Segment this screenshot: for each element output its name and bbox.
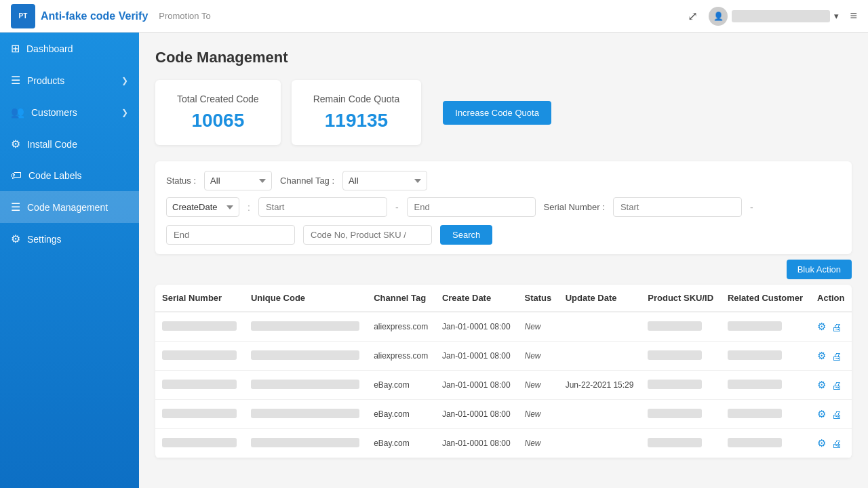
unique-code-cell xyxy=(251,321,359,331)
search-button[interactable]: Search xyxy=(440,225,492,245)
status-cell: New xyxy=(525,409,541,419)
status-select[interactable]: All New Used Expired xyxy=(204,171,272,190)
date-end-input[interactable] xyxy=(407,197,536,217)
filter-row-2: CreateDate UpdateDate : - Serial Number … xyxy=(166,197,841,245)
sku-cell xyxy=(648,409,702,418)
sku-cell xyxy=(648,380,702,389)
status-cell: New xyxy=(525,439,541,448)
data-table: Serial Number Unique Code Channel Tag Cr… xyxy=(155,285,852,458)
serial-cell xyxy=(162,321,237,331)
labels-icon: 🏷 xyxy=(11,169,22,182)
customer-cell xyxy=(728,409,782,418)
channel-tag-select[interactable]: All aliexpress.com eBay.com xyxy=(342,171,427,190)
print-action-icon[interactable]: 🖨 xyxy=(831,321,842,333)
channel-tag-label: Channel Tag : xyxy=(280,176,334,186)
create-date-cell: Jan-01-0001 08:00 xyxy=(442,439,511,448)
settings-action-icon[interactable]: ⚙ xyxy=(817,350,826,362)
status-label: Status : xyxy=(166,176,196,186)
remain-quota-value: 119135 xyxy=(313,110,400,131)
col-channel-tag: Channel Tag xyxy=(367,285,435,312)
serial-cell xyxy=(162,438,237,447)
channel-cell: eBay.com xyxy=(374,380,409,390)
create-date-cell: Jan-01-0001 08:00 xyxy=(442,380,511,390)
table-row: eBay.comJan-01-0001 08:00New ⚙ 🖨 xyxy=(155,400,852,429)
action-cell: ⚙ 🖨 xyxy=(817,408,845,420)
sidebar-item-settings[interactable]: ⚙ Settings xyxy=(0,223,139,255)
table-row: eBay.comJan-01-0001 08:00NewJun-22-2021 … xyxy=(155,371,852,400)
channel-cell: aliexpress.com xyxy=(374,322,428,331)
customers-icon: 👥 xyxy=(11,106,24,119)
expand-icon[interactable]: ⤢ xyxy=(688,9,698,24)
serial-start-input[interactable] xyxy=(613,197,742,217)
remain-quota-card: Remain Code Quota 119135 xyxy=(292,80,422,145)
products-icon: ☰ xyxy=(11,74,20,87)
table-row: aliexpress.comJan-01-0001 08:00New ⚙ 🖨 xyxy=(155,312,852,342)
code-search-input[interactable] xyxy=(303,225,432,245)
settings-icon: ⚙ xyxy=(11,232,20,245)
settings-action-icon[interactable]: ⚙ xyxy=(817,321,826,333)
sidebar-label-products: Products xyxy=(27,75,64,86)
channel-cell: eBay.com xyxy=(374,409,409,419)
settings-action-icon[interactable]: ⚙ xyxy=(817,437,826,449)
col-serial-number: Serial Number xyxy=(155,285,244,312)
print-action-icon[interactable]: 🖨 xyxy=(831,409,842,420)
sidebar-label-customers: Customers xyxy=(31,107,77,118)
app-title: Anti-fake code Verify xyxy=(41,10,148,22)
print-action-icon[interactable]: 🖨 xyxy=(831,380,842,391)
serial-cell xyxy=(162,380,237,389)
unique-code-cell xyxy=(251,380,359,389)
sidebar-item-code-management[interactable]: ☰ Code Management xyxy=(0,191,139,223)
channel-cell: eBay.com xyxy=(374,439,409,448)
sidebar-item-code-labels[interactable]: 🏷 Code Labels xyxy=(0,160,139,191)
print-action-icon[interactable]: 🖨 xyxy=(831,350,842,362)
action-cell: ⚙ 🖨 xyxy=(817,350,845,362)
user-menu[interactable]: 👤 ██████████ ▾ xyxy=(709,7,839,26)
stats-row: Total Created Code 10065 Remain Code Quo… xyxy=(155,80,852,145)
col-update-date: Update Date xyxy=(559,285,642,312)
page-title: Code Management xyxy=(155,49,852,66)
sidebar-label-settings: Settings xyxy=(27,234,62,245)
status-cell: New xyxy=(525,380,541,390)
create-date-cell: Jan-01-0001 08:00 xyxy=(442,409,511,419)
table-row: eBay.comJan-01-0001 08:00New ⚙ 🖨 xyxy=(155,429,852,458)
home-icon: ⊞ xyxy=(11,42,20,55)
serial-end-input[interactable] xyxy=(166,225,295,245)
logo-text: PT xyxy=(19,12,28,20)
print-action-icon[interactable]: 🖨 xyxy=(831,438,842,449)
bulk-action-button[interactable]: Bluk Action xyxy=(787,260,852,279)
create-date-cell: Jan-01-0001 08:00 xyxy=(442,351,511,361)
action-cell: ⚙ 🖨 xyxy=(817,437,845,449)
main-content: Code Management Total Created Code 10065… xyxy=(139,33,868,488)
unique-code-cell xyxy=(251,409,359,418)
serial-cell xyxy=(162,350,237,360)
username: ██████████ xyxy=(732,10,830,22)
sku-cell xyxy=(648,350,702,360)
sidebar-item-dashboard[interactable]: ⊞ Dashboard xyxy=(0,33,139,64)
settings-action-icon[interactable]: ⚙ xyxy=(817,379,826,391)
hamburger-icon[interactable]: ≡ xyxy=(850,9,857,23)
total-created-label: Total Created Code xyxy=(177,94,259,104)
topbar: PT Anti-fake code Verify Promotion To ⤢ … xyxy=(0,0,868,33)
settings-action-icon[interactable]: ⚙ xyxy=(817,408,826,420)
date-field-select[interactable]: CreateDate UpdateDate xyxy=(166,197,239,217)
increase-quota-button[interactable]: Increase Code Quota xyxy=(443,101,551,125)
layout: ⊞ Dashboard ☰ Products ❯ 👥 Customers ❯ ⚙… xyxy=(0,33,868,488)
total-created-card: Total Created Code 10065 xyxy=(155,80,281,145)
date-start-input[interactable] xyxy=(258,197,387,217)
sidebar-label-install-code: Install Code xyxy=(27,139,77,150)
sidebar-label-dashboard: Dashboard xyxy=(26,43,73,54)
status-cell: New xyxy=(525,351,541,361)
col-sku: Product SKU/ID xyxy=(641,285,721,312)
sidebar-item-install-code[interactable]: ⚙ Install Code xyxy=(0,128,139,160)
sidebar-item-products[interactable]: ☰ Products ❯ xyxy=(0,64,139,96)
sidebar-item-customers[interactable]: 👥 Customers ❯ xyxy=(0,96,139,128)
chevron-right-icon: ❯ xyxy=(121,76,128,85)
topbar-right: ⤢ 👤 ██████████ ▾ ≡ xyxy=(688,7,857,26)
update-date-cell: Jun-22-2021 15:29 xyxy=(566,380,634,390)
customer-cell xyxy=(728,321,782,331)
table-row: aliexpress.comJan-01-0001 08:00New ⚙ 🖨 xyxy=(155,342,852,371)
status-cell: New xyxy=(525,322,541,331)
serial-number-label: Serial Number : xyxy=(544,202,605,212)
table-header-row: Serial Number Unique Code Channel Tag Cr… xyxy=(155,285,852,312)
code-mgmt-icon: ☰ xyxy=(11,201,20,214)
